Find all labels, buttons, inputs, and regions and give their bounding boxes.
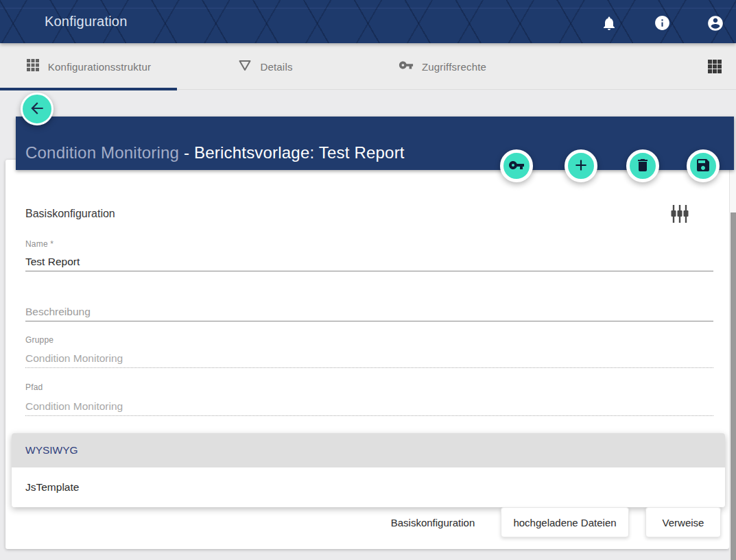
- save-button[interactable]: [687, 149, 720, 182]
- app-bar-title: Konfiguration: [45, 0, 127, 43]
- list-item-wysiwyg[interactable]: WYSIWYG: [12, 433, 725, 467]
- key-icon: [399, 58, 414, 75]
- scrollbar-thumb[interactable]: [731, 212, 736, 560]
- add-button[interactable]: [565, 149, 597, 182]
- path-label: Pfad: [25, 382, 43, 392]
- account-button[interactable]: [706, 14, 725, 34]
- apps-grid-icon: [26, 58, 40, 75]
- group-input: [25, 349, 713, 368]
- tab-label: Konfigurationsstruktur: [48, 61, 151, 73]
- banner-title-text: - Berichtsvorlage: Test Report: [184, 143, 405, 162]
- tab-bar: Konfigurationsstruktur Details Zugriffsr…: [0, 43, 736, 90]
- tab-label: Details: [260, 61, 292, 73]
- app-bar: Konfiguration: [0, 0, 736, 43]
- list-item-label: WYSIWYG: [25, 444, 78, 456]
- footer-button-hochgeladene-dateien[interactable]: hochgeladene Dateien: [501, 507, 629, 537]
- name-label: Name *: [25, 239, 54, 249]
- group-label: Gruppe: [25, 335, 54, 345]
- footer-button-verweise[interactable]: Verweise: [645, 507, 721, 537]
- trash-icon: [634, 157, 651, 175]
- delete-button[interactable]: [626, 149, 659, 182]
- page: Konfiguration: [0, 0, 736, 560]
- arrow-back-icon: [28, 99, 46, 119]
- grid-icon: [707, 66, 722, 76]
- section-title: Basiskonfiguration: [25, 208, 115, 220]
- key-icon: [508, 157, 525, 175]
- permissions-button[interactable]: [500, 149, 533, 182]
- back-button[interactable]: [21, 93, 54, 125]
- footer-tab-basiskonfiguration[interactable]: Basiskonfiguration: [374, 508, 492, 537]
- tab-zugriffsrechte[interactable]: Zugriffsrechte: [354, 43, 531, 90]
- tab-konfigurationsstruktur[interactable]: Konfigurationsstruktur: [0, 43, 177, 90]
- list-item-jstemplate[interactable]: JsTemplate: [12, 467, 725, 507]
- filter-sliders-button[interactable]: [667, 202, 693, 228]
- plus-icon: [572, 156, 590, 176]
- name-input[interactable]: [25, 252, 713, 271]
- account-icon: [707, 14, 724, 34]
- tab-label: Zugriffsrechte: [422, 61, 486, 73]
- list-item-label: JsTemplate: [25, 481, 79, 494]
- banner-group-text: Condition Monitoring: [25, 143, 184, 162]
- path-input: [25, 397, 713, 416]
- notifications-button[interactable]: [600, 14, 619, 34]
- banner-title: Condition Monitoring - Berichtsvorlage: …: [25, 143, 405, 162]
- bell-icon: [601, 15, 617, 34]
- info-icon: [654, 14, 671, 34]
- tab-details[interactable]: Details: [177, 43, 354, 90]
- scrollbar-track: [729, 170, 736, 560]
- save-icon: [695, 157, 711, 175]
- description-input[interactable]: [25, 302, 713, 321]
- vertical-sliders-icon: [670, 204, 689, 226]
- info-button[interactable]: [652, 14, 672, 34]
- details-triangle-icon: [238, 58, 252, 75]
- template-type-list: WYSIWYG JsTemplate: [12, 433, 725, 507]
- layout-grid-button[interactable]: [707, 59, 722, 74]
